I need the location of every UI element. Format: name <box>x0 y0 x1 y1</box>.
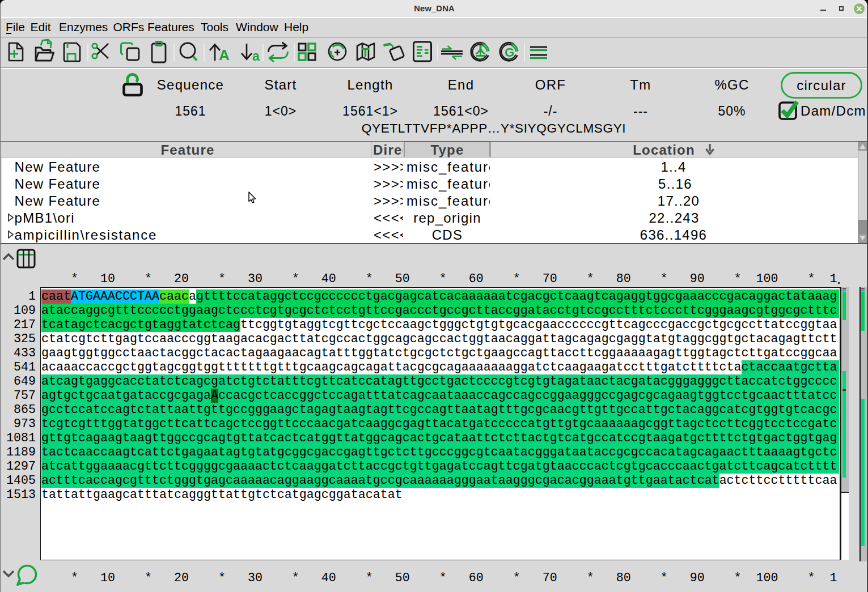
svg-text:a: a <box>252 49 260 62</box>
svg-text:A: A <box>219 46 230 62</box>
svg-text:G: G <box>505 45 514 59</box>
